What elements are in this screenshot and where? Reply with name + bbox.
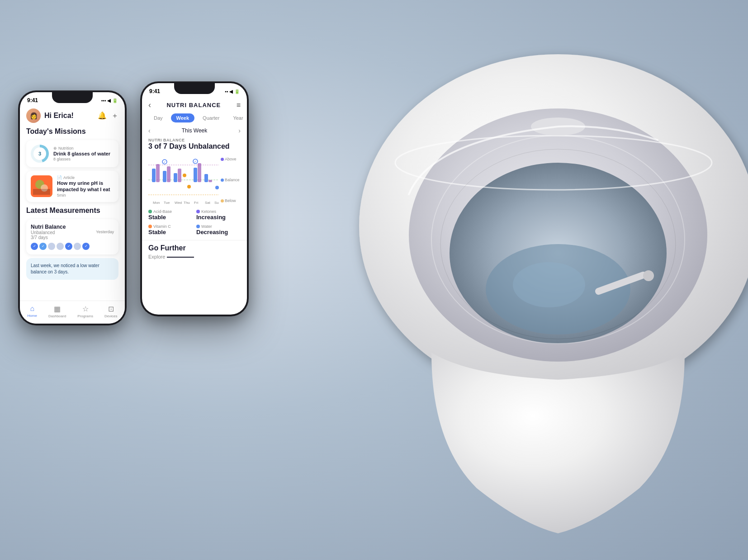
measurements-card[interactable]: Nutri Balance Unbalanced 3/7 days Yester… [26, 219, 118, 254]
go-further-title: Go Further [148, 244, 241, 252]
water-value: Decreasing [196, 229, 241, 235]
nav-programs[interactable]: ☆ Programs [77, 305, 93, 318]
devices-icon: ⊡ [108, 305, 114, 313]
phone1-notch [52, 92, 93, 103]
svg-text:Wed: Wed [175, 201, 182, 205]
svg-rect-32 [204, 174, 208, 182]
next-week-button[interactable]: › [238, 127, 241, 134]
nutri-balance-label: NUTRI BALANCE [148, 138, 241, 142]
tab-quarter[interactable]: Quarter [197, 113, 225, 122]
vitamin-c-label: Vitamin C [148, 224, 193, 229]
user-avatar[interactable]: 👩 [26, 108, 41, 123]
water-stat: Water Decreasing [196, 224, 241, 235]
ketones-value: Increasing [196, 214, 241, 221]
measurement-name: Nutri Balance [31, 224, 66, 230]
measurements-title: Latest Measurements [26, 207, 118, 215]
measurement-info: Nutri Balance Unbalanced 3/7 days [31, 224, 66, 240]
water-mission-card[interactable]: 3 ⊕ Nutrition Drink 8 glasses of water 8… [26, 140, 118, 167]
dot-5: ✓ [65, 243, 72, 250]
ketones-stat: Ketones Increasing [196, 209, 241, 221]
explore-row: Explore [148, 254, 241, 259]
svg-rect-28 [194, 168, 197, 182]
nutri-balance-summary: NUTRI BALANCE 3 of 7 Days Unbalanced [142, 138, 247, 151]
vitamin-c-stat: Vitamin C Stable [148, 224, 193, 235]
svg-text:Thu: Thu [184, 201, 190, 205]
menu-button[interactable]: ≡ [237, 101, 241, 109]
dot-3 [48, 243, 55, 250]
bottom-nav: ⌂ Home ▦ Dashboard ☆ Programs ⊡ Devices [20, 301, 125, 324]
insight-text: Last week, we noticed a low water balanc… [31, 263, 99, 274]
mission1-text: ⊕ Nutrition Drink 8 glasses of water 8 g… [53, 146, 114, 161]
svg-rect-19 [156, 164, 160, 182]
nav-dashboard[interactable]: ▦ Dashboard [48, 305, 66, 318]
screen-title: NUTRI BALANCE [166, 102, 221, 108]
article-text: 📄 Article How my urine pH is impacted by… [57, 175, 114, 198]
bell-icon[interactable]: 🔔 [98, 111, 107, 121]
svg-text:Tue: Tue [164, 201, 170, 205]
dashboard-icon: ▦ [54, 305, 61, 313]
article-icon: 📄 [57, 175, 62, 180]
greeting-text: Hi Erica! [44, 112, 98, 120]
nav-devices[interactable]: ⊡ Devices [104, 305, 117, 318]
vitamin-c-value: Stable [148, 229, 193, 235]
legend-above: Above [221, 157, 241, 161]
measurement-header: Nutri Balance Unbalanced 3/7 days Yester… [31, 224, 114, 240]
svg-rect-14 [33, 189, 50, 195]
explore-label: Explore [148, 254, 165, 259]
measurement-date: Yesterday [96, 230, 114, 234]
add-icon[interactable]: ＋ [111, 111, 118, 121]
svg-point-26 [183, 174, 186, 177]
dot-2: ✓ [39, 243, 47, 250]
dot-7: ✓ [82, 243, 90, 250]
tab-week[interactable]: Week [171, 113, 195, 122]
chart-svg: ✓ [148, 155, 219, 205]
nav-home[interactable]: ⌂ Home [28, 305, 37, 318]
prev-week-button[interactable]: ‹ [148, 127, 151, 134]
measurement-status: Unbalanced [31, 230, 66, 235]
missions-title: Today's Missions [26, 127, 118, 136]
stats-grid: Acid-Base Stable Ketones Increasing [142, 209, 247, 235]
svg-text:Sat: Sat [205, 201, 211, 205]
home-icon: ⌂ [30, 305, 34, 313]
mission1-desc: Drink 8 glasses of water [53, 151, 114, 157]
svg-rect-18 [152, 169, 156, 182]
svg-rect-20 [163, 171, 166, 182]
svg-rect-21 [167, 166, 170, 182]
explore-underline [167, 257, 194, 258]
nutri-balance-value: 3 of 7 Days Unbalanced [148, 142, 241, 151]
phone2-notch [174, 83, 215, 94]
phone1-header: 👩 Hi Erica! 🔔 ＋ [26, 107, 118, 127]
phone2-time: 9:41 [149, 88, 160, 94]
water-progress-circle: 3 [31, 145, 49, 163]
ketones-label: Ketones [196, 209, 241, 214]
vitamin-c-dot [148, 225, 152, 228]
phone2-screen: 9:41 ▪▪ ◀ 🔋 ‹ NUTRI BALANCE ≡ Day Week Q… [142, 83, 247, 315]
ketones-dot [196, 210, 200, 213]
nutrition-icon: ⊕ [53, 146, 57, 151]
phone2-header: ‹ NUTRI BALANCE ≡ [142, 98, 247, 113]
phone1-status-icons: ▪▪▪ ◀ 🔋 [101, 98, 118, 103]
article-mission-card[interactable]: 📄 Article How my urine pH is impacted by… [26, 171, 118, 202]
tab-bar: Day Week Quarter Year [142, 113, 247, 122]
phone2: 9:41 ▪▪ ◀ 🔋 ‹ NUTRI BALANCE ≡ Day Week Q… [140, 81, 249, 316]
svg-rect-25 [178, 169, 181, 182]
tab-year[interactable]: Year [227, 113, 247, 122]
water-dot [196, 225, 200, 228]
phone1-screen: 9:41 ▪▪▪ ◀ 🔋 👩 Hi Erica! 🔔 ＋ Today's Mis… [20, 92, 125, 324]
article-time: 5min [57, 193, 114, 198]
mission1-sub: 8 glasses [53, 157, 114, 161]
back-button[interactable]: ‹ [148, 100, 151, 110]
article-category: 📄 Article [57, 175, 114, 180]
measurement-days: 3/7 days [31, 235, 66, 240]
svg-text:Sun: Sun [214, 201, 219, 205]
svg-rect-33 [208, 180, 212, 182]
week-nav: ‹ This Week › [142, 127, 247, 134]
chart-area: ✓ [142, 155, 247, 205]
phone1-time: 9:41 [27, 97, 38, 104]
phones-container: 9:41 ▪▪▪ ◀ 🔋 👩 Hi Erica! 🔔 ＋ Today's Mis… [18, 90, 249, 325]
svg-point-8 [643, 270, 654, 281]
svg-text:✓: ✓ [163, 160, 166, 164]
legend-balance: Balance [221, 178, 241, 182]
acid-base-dot [148, 210, 152, 213]
tab-day[interactable]: Day [148, 113, 168, 122]
